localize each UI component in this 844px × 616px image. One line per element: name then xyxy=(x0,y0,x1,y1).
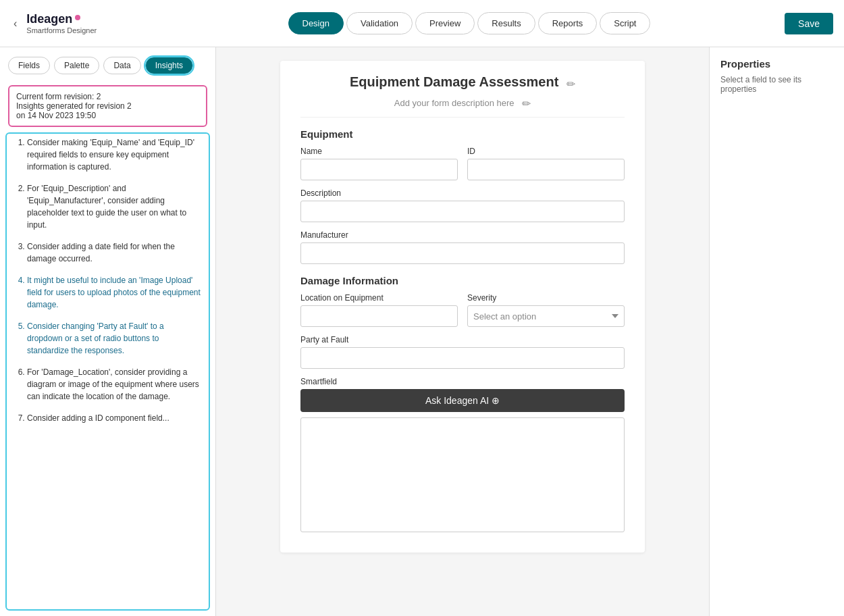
logo-dot-icon xyxy=(75,15,80,20)
edit-title-button[interactable]: ✏ xyxy=(566,78,575,91)
form-title: Equipment Damage Assessment xyxy=(350,74,558,89)
tab-validation[interactable]: Validation xyxy=(346,12,413,34)
list-item: Consider changing 'Party at Fault' to a … xyxy=(27,320,201,357)
tab-script[interactable]: Script xyxy=(600,12,650,34)
field-row-location-severity: Location on Equipment Severity Select an… xyxy=(300,293,625,327)
label-party-at-fault: Party at Fault xyxy=(300,335,625,344)
section-title-equipment: Equipment xyxy=(300,128,625,140)
properties-title: Properties xyxy=(720,58,833,70)
tab-results[interactable]: Results xyxy=(477,12,535,34)
save-button[interactable]: Save xyxy=(785,13,833,34)
select-severity[interactable]: Select an option Low Medium High xyxy=(467,305,625,327)
sidebar-tab-insights[interactable]: Insights xyxy=(145,57,193,74)
label-id: ID xyxy=(467,147,625,156)
nav-tabs: Design Validation Preview Results Report… xyxy=(159,12,779,34)
main-layout: Fields Palette Data Insights Current for… xyxy=(0,47,844,616)
ask-ideagen-ai-label: Ask Ideagen AI ⊕ xyxy=(425,395,500,406)
sidebar-tabs: Fields Palette Data Insights xyxy=(0,47,215,81)
tab-preview[interactable]: Preview xyxy=(415,12,475,34)
header: ‹ Ideagen Smartforms Designer Design Val… xyxy=(0,0,844,47)
ask-ideagen-ai-button[interactable]: Ask Ideagen AI ⊕ xyxy=(300,389,625,412)
list-item: Consider adding a date field for when th… xyxy=(27,240,201,265)
sidebar-tab-data[interactable]: Data xyxy=(103,57,140,74)
sidebar-tab-palette[interactable]: Palette xyxy=(54,57,99,74)
label-severity: Severity xyxy=(467,293,625,303)
input-id[interactable] xyxy=(467,159,625,180)
insights-revision-line3: on 14 Nov 2023 19:50 xyxy=(16,111,199,120)
insights-info-box: Current form revision: 2 Insights genera… xyxy=(8,85,207,127)
label-smartfield: Smartfield xyxy=(300,377,625,386)
edit-description-button[interactable]: ✏ xyxy=(522,97,531,110)
list-item: It might be useful to include an 'Image … xyxy=(27,274,201,311)
input-name[interactable] xyxy=(300,159,458,180)
sidebar: Fields Palette Data Insights Current for… xyxy=(0,47,216,616)
label-location: Location on Equipment xyxy=(300,293,458,303)
properties-hint: Select a field to see its properties xyxy=(720,75,833,94)
form-area[interactable]: Equipment Damage Assessment ✏ Add your f… xyxy=(216,47,709,616)
input-party-at-fault[interactable] xyxy=(300,347,625,369)
field-severity: Severity Select an option Low Medium Hig… xyxy=(467,293,625,327)
label-description: Description xyxy=(300,188,625,198)
smartfield-textarea[interactable] xyxy=(300,417,625,532)
field-name: Name xyxy=(300,147,458,180)
form-description-area: Add your form description here ✏ xyxy=(300,97,625,118)
list-item: For 'Damage_Location', consider providin… xyxy=(27,366,201,403)
input-description[interactable] xyxy=(300,201,625,222)
tab-design[interactable]: Design xyxy=(288,12,344,34)
input-manufacturer[interactable] xyxy=(300,242,625,264)
list-item: Consider making 'Equip_Name' and 'Equip_… xyxy=(27,136,201,173)
list-item: Consider adding a ID component field... xyxy=(27,412,201,424)
insights-revision-line1: Current form revision: 2 xyxy=(16,92,199,101)
field-id: ID xyxy=(467,147,625,180)
field-smartfield: Smartfield Ask Ideagen AI ⊕ xyxy=(300,377,625,532)
field-location: Location on Equipment xyxy=(300,293,458,327)
header-right: Save xyxy=(779,13,833,34)
form-title-area: Equipment Damage Assessment ✏ xyxy=(300,74,625,91)
field-manufacturer: Manufacturer xyxy=(300,230,625,264)
insights-revision-line2: Insights generated for revision 2 xyxy=(16,101,199,111)
label-name: Name xyxy=(300,147,458,156)
field-party-at-fault: Party at Fault xyxy=(300,335,625,369)
insights-list-container[interactable]: Consider making 'Equip_Name' and 'Equip_… xyxy=(5,132,210,611)
field-description: Description xyxy=(300,188,625,222)
insights-list: Consider making 'Equip_Name' and 'Equip_… xyxy=(15,136,201,424)
logo-area: Ideagen Smartforms Designer xyxy=(26,12,97,34)
collapse-button[interactable]: ‹ xyxy=(11,15,20,32)
form-card: Equipment Damage Assessment ✏ Add your f… xyxy=(280,61,645,553)
sidebar-tab-fields[interactable]: Fields xyxy=(8,57,50,74)
field-row-name-id: Name ID xyxy=(300,147,625,180)
input-location[interactable] xyxy=(300,305,458,327)
brand-subtitle: Smartforms Designer xyxy=(26,26,97,34)
section-title-damage: Damage Information xyxy=(300,275,625,286)
form-description: Add your form description here xyxy=(394,98,515,108)
properties-panel: Properties Select a field to see its pro… xyxy=(709,47,844,616)
brand-title: Ideagen xyxy=(26,12,97,26)
header-left: ‹ Ideagen Smartforms Designer xyxy=(11,12,159,34)
list-item: For 'Equip_Description' and 'Equip_Manuf… xyxy=(27,182,201,231)
tab-reports[interactable]: Reports xyxy=(538,12,598,34)
label-manufacturer: Manufacturer xyxy=(300,230,625,240)
